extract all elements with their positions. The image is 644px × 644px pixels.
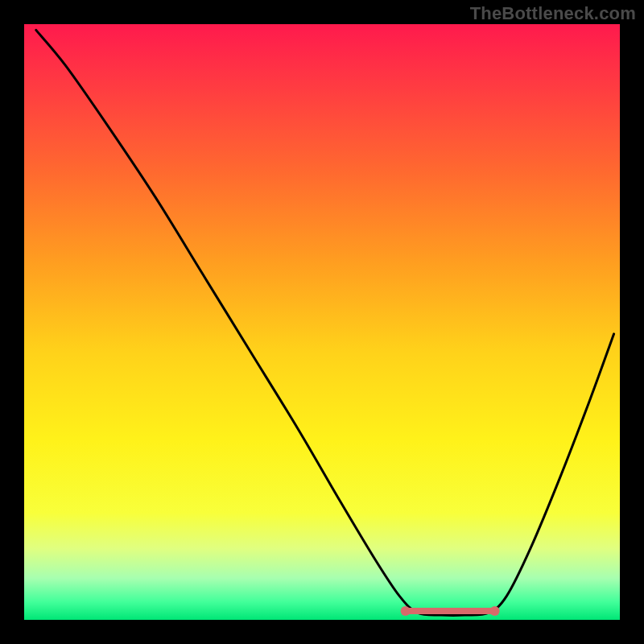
bottleneck-chart bbox=[0, 0, 644, 644]
watermark-text: TheBottleneck.com bbox=[470, 3, 636, 24]
flat-region-end-dot bbox=[490, 606, 500, 616]
plot-background bbox=[24, 24, 620, 620]
chart-container: TheBottleneck.com bbox=[0, 0, 644, 644]
flat-region-start-dot bbox=[401, 606, 411, 616]
